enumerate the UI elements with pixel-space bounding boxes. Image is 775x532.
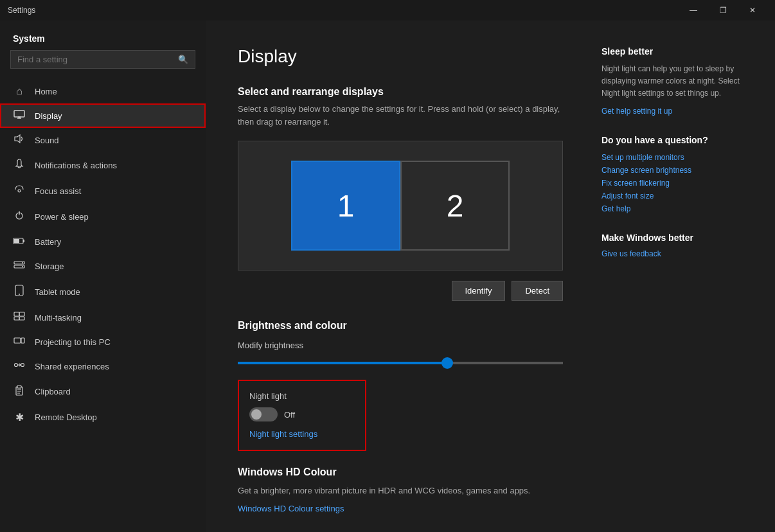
feedback-title: Make Windows better: [601, 233, 743, 243]
night-light-settings-link[interactable]: Night light settings: [249, 429, 317, 439]
toggle-knob: [251, 409, 262, 420]
search-icon[interactable]: 🔍: [178, 55, 188, 64]
svg-rect-20: [19, 317, 24, 320]
question-link-1[interactable]: Set up multiple monitors: [601, 153, 743, 162]
svg-rect-0: [14, 111, 24, 117]
sidebar-notifications-label: Notifications & actions: [35, 161, 117, 170]
select-displays-section: Select and rearrange displays Select a d…: [238, 86, 563, 301]
svg-point-16: [19, 294, 20, 295]
sidebar-system-label: System: [0, 21, 206, 50]
question-link-2[interactable]: Change screen brightness: [601, 166, 743, 175]
sleep-section: Sleep better Night light can help you ge…: [601, 46, 743, 116]
hd-colour-desc: Get a brighter, more vibrant picture in …: [238, 484, 563, 497]
hd-colour-title: Windows HD Colour: [238, 466, 563, 478]
display-icon: [13, 110, 26, 121]
shared-icon: [13, 360, 26, 372]
hd-colour-settings-link[interactable]: Windows HD Colour settings: [238, 504, 344, 513]
sidebar-item-storage[interactable]: Storage: [0, 254, 206, 278]
night-light-state: Off: [284, 410, 295, 420]
sidebar-item-multitasking[interactable]: Multi-tasking: [0, 305, 206, 330]
brightness-slider-container[interactable]: [238, 355, 563, 367]
power-icon: [13, 210, 26, 223]
monitor-2[interactable]: 2: [400, 161, 510, 251]
sidebar-storage-label: Storage: [35, 262, 64, 271]
monitor-buttons: Identify Detect: [238, 281, 563, 301]
question-section: Do you have a question? Set up multiple …: [601, 135, 743, 213]
sidebar-clipboard-label: Clipboard: [35, 387, 71, 396]
sidebar: System 🔍 ⌂ Home Display: [0, 21, 206, 532]
night-light-title: Night light: [249, 391, 355, 401]
svg-rect-27: [17, 386, 21, 388]
sidebar-item-remote[interactable]: ✱ Remote Desktop: [0, 405, 206, 430]
svg-point-13: [22, 262, 23, 263]
maximize-button[interactable]: ❐: [708, 0, 738, 21]
sidebar-item-tablet[interactable]: Tablet mode: [0, 278, 206, 305]
identify-button[interactable]: Identify: [452, 281, 506, 301]
svg-rect-21: [14, 338, 21, 343]
search-input[interactable]: [17, 55, 173, 64]
svg-rect-19: [14, 317, 19, 320]
sleep-link[interactable]: Get help setting it up: [601, 107, 743, 116]
svg-rect-17: [14, 312, 19, 316]
sleep-title: Sleep better: [601, 46, 743, 57]
page-title: Display: [238, 46, 563, 67]
clipboard-icon: [13, 385, 26, 398]
question-link-4[interactable]: Adjust font size: [601, 191, 743, 200]
modify-brightness-label: Modify brightness: [238, 341, 563, 350]
sidebar-item-shared[interactable]: Shared experiences: [0, 354, 206, 378]
sidebar-item-sound[interactable]: Sound: [0, 128, 206, 152]
sidebar-tablet-label: Tablet mode: [35, 287, 80, 297]
select-displays-title: Select and rearrange displays: [238, 86, 563, 98]
right-panel: Sleep better Night light can help you ge…: [601, 46, 743, 506]
question-link-5[interactable]: Get help: [601, 204, 743, 213]
question-link-3[interactable]: Fix screen flickering: [601, 179, 743, 188]
select-displays-desc: Select a display below to change the set…: [238, 103, 563, 128]
sidebar-item-power[interactable]: Power & sleep: [0, 204, 206, 229]
feedback-section: Make Windows better Give us feedback: [601, 233, 743, 258]
svg-point-23: [15, 364, 18, 367]
sidebar-item-projecting[interactable]: Projecting to this PC: [0, 330, 206, 354]
svg-rect-18: [19, 312, 24, 316]
sidebar-item-home[interactable]: ⌂ Home: [0, 79, 206, 103]
close-button[interactable]: ✕: [738, 0, 767, 21]
remote-icon: ✱: [13, 411, 26, 423]
detect-button[interactable]: Detect: [512, 281, 563, 301]
sidebar-item-focus[interactable]: Focus assist: [0, 178, 206, 204]
sleep-desc: Night light can help you get to sleep by…: [601, 63, 743, 100]
svg-point-14: [22, 266, 23, 267]
sound-icon: [13, 134, 26, 146]
sidebar-remote-label: Remote Desktop: [35, 412, 97, 422]
hd-colour-section: Windows HD Colour Get a brighter, more v…: [238, 466, 563, 514]
svg-rect-22: [21, 338, 24, 343]
notifications-icon: [13, 159, 26, 172]
sidebar-projecting-label: Projecting to this PC: [35, 337, 111, 347]
brightness-slider[interactable]: [238, 362, 563, 364]
question-title: Do you have a question?: [601, 135, 743, 145]
night-light-box: Night light Off Night light settings: [238, 380, 366, 451]
home-icon: ⌂: [13, 85, 26, 97]
monitor-1[interactable]: 1: [291, 161, 400, 251]
feedback-link[interactable]: Give us feedback: [601, 249, 743, 258]
tablet-icon: [13, 285, 26, 299]
storage-icon: [13, 260, 26, 272]
focus-icon: [13, 184, 26, 197]
sidebar-power-label: Power & sleep: [35, 212, 89, 222]
sidebar-item-notifications[interactable]: Notifications & actions: [0, 152, 206, 178]
window-controls: — ❐ ✕: [679, 0, 767, 21]
sidebar-item-display[interactable]: Display: [0, 103, 206, 128]
main-content: Display Select and rearrange displays Se…: [206, 21, 775, 532]
sidebar-item-battery[interactable]: Battery: [0, 229, 206, 254]
monitor-1-number: 1: [337, 188, 355, 224]
monitor-container[interactable]: 1 2: [238, 141, 563, 270]
search-box[interactable]: 🔍: [10, 50, 195, 69]
svg-rect-9: [14, 239, 19, 243]
sidebar-shared-label: Shared experiences: [35, 362, 109, 371]
sidebar-focus-label: Focus assist: [35, 186, 81, 196]
sidebar-item-clipboard[interactable]: Clipboard: [0, 378, 206, 405]
minimize-button[interactable]: —: [679, 0, 708, 21]
brightness-section: Brightness and colour Modify brightness: [238, 320, 563, 367]
svg-point-5: [18, 190, 21, 192]
night-light-toggle[interactable]: [249, 407, 278, 421]
sidebar-display-label: Display: [35, 111, 62, 121]
app-title: Settings: [8, 6, 35, 15]
